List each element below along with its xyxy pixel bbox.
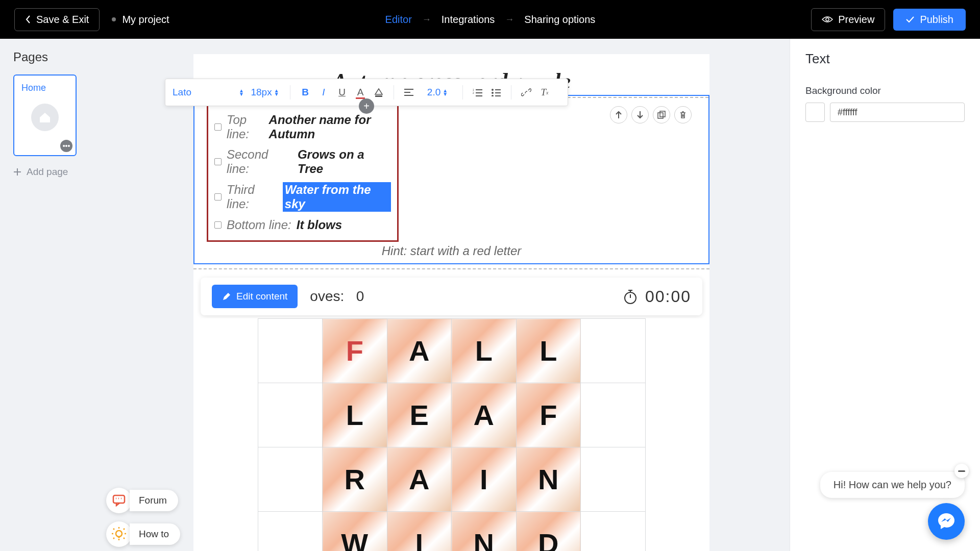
edit-content-button[interactable]: Edit content	[212, 285, 298, 308]
align-button[interactable]	[401, 85, 416, 100]
svg-text:2: 2	[473, 91, 474, 94]
forum-button[interactable]: Forum	[106, 488, 180, 513]
checkbox-icon	[214, 158, 222, 165]
grid-cell[interactable]: F	[323, 319, 387, 383]
unordered-list-button[interactable]	[488, 85, 504, 100]
project-name: My project	[122, 14, 169, 26]
chat-message-bubble[interactable]: Hi! How can we help you?	[820, 472, 965, 498]
font-size: 18px	[251, 87, 272, 98]
project-name-area[interactable]: My project	[112, 14, 169, 26]
stepper-icon: ▲▼	[443, 89, 448, 96]
svg-rect-2	[375, 95, 382, 97]
clue-value: Grows on a Tree	[298, 147, 391, 176]
grid-cell-empty	[258, 512, 323, 552]
checkbox-icon	[214, 221, 222, 229]
clue-line[interactable]: Second line: Grows on a Tree	[214, 144, 391, 179]
check-icon	[905, 16, 915, 23]
block-handles	[610, 106, 692, 123]
grid-letter: W	[323, 512, 387, 551]
grid-cell[interactable]: A	[387, 447, 452, 512]
chat-fab-button[interactable]	[928, 503, 965, 540]
chat-icon	[106, 488, 132, 513]
grid-cell[interactable]: E	[387, 383, 452, 447]
line-height-picker[interactable]: 2.0 ▲▼	[420, 87, 455, 98]
canvas-area[interactable]: Autumn crossword puzzle Top line: Anothe…	[105, 39, 790, 551]
messenger-icon	[937, 512, 956, 531]
tab-sharing[interactable]: Sharing options	[524, 14, 595, 26]
puzzle-grid-area[interactable]: FALLLEAFRAINWIND	[201, 318, 702, 551]
italic-button[interactable]: I	[316, 85, 331, 100]
color-swatch[interactable]	[805, 103, 825, 122]
preview-button[interactable]: Preview	[811, 8, 885, 31]
clue-line[interactable]: Top line: Another name for Autumn	[214, 110, 391, 144]
chat-close-button[interactable]	[954, 464, 969, 478]
grid-cell[interactable]: I	[452, 447, 517, 512]
svg-rect-12	[958, 470, 965, 472]
grid-cell[interactable]: N	[452, 512, 517, 552]
duplicate-button[interactable]	[653, 106, 670, 123]
clues-box[interactable]: Top line: Another name for Autumn Second…	[207, 103, 399, 242]
puzzle-grid[interactable]: FALLLEAFRAINWIND	[258, 318, 646, 551]
tab-integrations[interactable]: Integrations	[442, 14, 495, 26]
link-button[interactable]	[519, 85, 534, 100]
highlight-color-button[interactable]	[371, 85, 386, 100]
grid-letter: D	[517, 512, 581, 551]
canvas-page[interactable]: Autumn crossword puzzle Top line: Anothe…	[193, 54, 709, 551]
clear-formatting-button[interactable]: Tx	[537, 85, 552, 100]
save-exit-button[interactable]: Save & Exit	[14, 8, 100, 31]
checkbox-icon	[214, 193, 222, 201]
helper-buttons: Forum How to	[106, 488, 180, 547]
hint-text[interactable]: Hint: start with a red letter	[194, 244, 708, 258]
grid-cell[interactable]: A	[452, 383, 517, 447]
puzzle-widget[interactable]: Edit content oves: 0 00:00 FALLLEAFRAINW…	[193, 268, 709, 551]
page-menu-button[interactable]: •••	[60, 140, 72, 152]
clue-line[interactable]: Third line: Water from the sky	[214, 179, 391, 215]
grid-letter: N	[517, 447, 581, 511]
bg-color-row	[805, 103, 965, 122]
delete-button[interactable]	[674, 106, 692, 123]
grid-letter: A	[452, 383, 516, 447]
page-thumbnail-home[interactable]: Home •••	[13, 74, 77, 156]
bold-button[interactable]: B	[298, 85, 313, 100]
moves-counter: oves: 0	[310, 288, 610, 305]
publish-label: Publish	[920, 14, 953, 26]
arrow-right-icon: →	[505, 14, 514, 25]
font-picker[interactable]: Lato ▲▼	[173, 87, 244, 98]
grid-cell[interactable]: D	[516, 512, 581, 552]
howto-button[interactable]: How to	[106, 521, 180, 547]
underline-button[interactable]: U	[334, 85, 350, 100]
grid-cell[interactable]: I	[387, 512, 452, 552]
grid-letter: R	[323, 447, 387, 511]
grid-cell[interactable]: W	[323, 512, 387, 552]
chat-message-text: Hi! How can we help you?	[834, 479, 951, 490]
svg-point-11	[116, 531, 122, 537]
tab-editor[interactable]: Editor	[385, 14, 412, 26]
grid-cell[interactable]: R	[323, 447, 387, 512]
publish-button[interactable]: Publish	[893, 9, 966, 31]
nav-center: Editor → Integrations → Sharing options	[169, 14, 812, 26]
add-page-button[interactable]: Add page	[13, 166, 91, 178]
move-down-button[interactable]	[631, 106, 649, 123]
grid-cell[interactable]: A	[387, 319, 452, 383]
ordered-list-button[interactable]: 12	[470, 85, 485, 100]
divider	[394, 85, 394, 99]
home-icon	[31, 104, 59, 131]
grid-cell[interactable]: F	[516, 383, 581, 447]
grid-cell-empty	[258, 383, 323, 447]
add-block-handle[interactable]: +	[359, 98, 374, 114]
move-up-button[interactable]	[610, 106, 627, 123]
stepper-icon: ▲▼	[239, 89, 244, 96]
text-color-button[interactable]: A	[353, 85, 368, 100]
grid-cell[interactable]: L	[516, 319, 581, 383]
bg-color-input[interactable]	[830, 103, 965, 122]
grid-cell[interactable]: L	[323, 383, 387, 447]
grid-cell-empty	[581, 447, 646, 512]
lightbulb-icon	[106, 521, 132, 547]
clue-line[interactable]: Bottom line: It blows	[214, 215, 391, 235]
font-size-picker[interactable]: 18px ▲▼	[247, 87, 283, 98]
grid-cell[interactable]: L	[452, 319, 517, 383]
panel-title: Text	[805, 51, 965, 67]
preview-label: Preview	[838, 14, 874, 26]
font-name: Lato	[173, 87, 191, 98]
grid-cell[interactable]: N	[516, 447, 581, 512]
